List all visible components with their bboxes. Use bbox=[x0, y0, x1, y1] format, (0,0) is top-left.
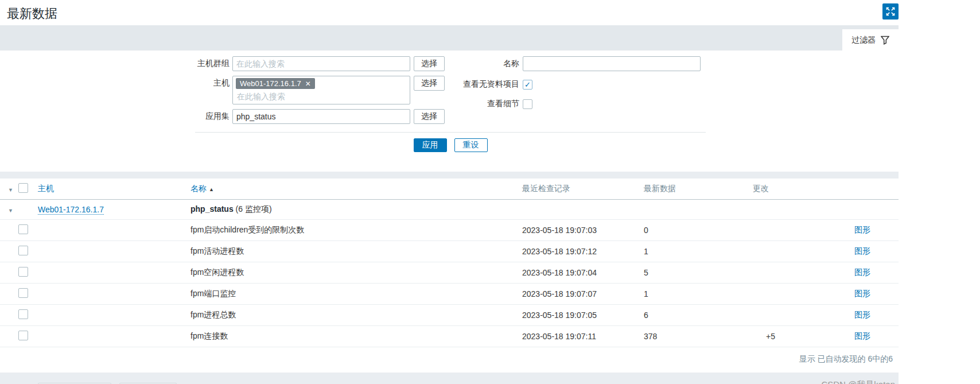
filter-row-name: 名称 bbox=[445, 56, 701, 71]
page-title: 最新数据 bbox=[0, 0, 57, 22]
chip-remove-icon[interactable]: ✕ bbox=[305, 80, 311, 87]
filter-tab-label: 过滤器 bbox=[851, 35, 876, 45]
column-header-host[interactable]: 主机 bbox=[37, 179, 189, 200]
filter-row-application: 应用集 选择 bbox=[0, 109, 899, 124]
application-label: 应用集 bbox=[0, 109, 232, 122]
column-header-last-check: 最近检查记录 bbox=[521, 179, 643, 200]
action-bar: 0 选择 显示堆叠数据图 显示数据图 CSDN @我是koten bbox=[0, 373, 899, 384]
fullscreen-button[interactable] bbox=[882, 3, 899, 20]
filter-strip: 过滤器 bbox=[0, 25, 899, 51]
name-input[interactable] bbox=[523, 56, 701, 71]
content-area: 过滤器 主机群组 选择 主机 Web01-172.16.1.7 ✕ 在此输入搜索… bbox=[0, 25, 899, 384]
collapse-all-icon[interactable]: ▼ bbox=[8, 187, 13, 193]
column-header-graph bbox=[850, 179, 899, 200]
watermark: CSDN @我是koten bbox=[821, 379, 895, 384]
application-count: (6 监控项) bbox=[234, 204, 272, 214]
row-checkbox[interactable] bbox=[18, 309, 28, 319]
table-row: fpm空闲进程数 2023-05-18 19:07:04 5 图形 bbox=[0, 262, 899, 284]
host-chip: Web01-172.16.1.7 ✕ bbox=[236, 78, 315, 89]
item-name: fpm活动进程数 bbox=[189, 241, 521, 262]
change-value bbox=[752, 220, 850, 241]
last-check-value: 2023-05-18 19:07:05 bbox=[521, 305, 643, 326]
host-chip-label: Web01-172.16.1.7 bbox=[240, 79, 301, 88]
table-row: fpm活动进程数 2023-05-18 19:07:12 1 图形 bbox=[0, 241, 899, 262]
change-value bbox=[752, 241, 850, 262]
group-row: ▼ Web01-172.16.1.7 php_status (6 监控项) bbox=[0, 200, 899, 220]
latest-value: 6 bbox=[643, 305, 752, 326]
hosts-label: 主机 bbox=[0, 76, 232, 88]
fullscreen-icon bbox=[886, 7, 895, 16]
change-value: +5 bbox=[752, 326, 850, 347]
graph-link[interactable]: 图形 bbox=[851, 225, 870, 234]
application-select-button[interactable]: 选择 bbox=[414, 109, 445, 124]
show-without-data-label: 查看无资料项目 bbox=[445, 79, 519, 90]
item-name: fpm连接数 bbox=[189, 326, 521, 347]
host-groups-select-button[interactable]: 选择 bbox=[414, 56, 445, 71]
check-icon: ✓ bbox=[524, 80, 531, 89]
change-value bbox=[752, 262, 850, 284]
latest-data-table-panel: ▼ 主机 名称▲ 最近检查记录 最新数据 更改 ▼ Web01-172.16.1… bbox=[0, 179, 899, 373]
latest-data-table: ▼ 主机 名称▲ 最近检查记录 最新数据 更改 ▼ Web01-172.16.1… bbox=[0, 179, 899, 373]
latest-value: 378 bbox=[643, 326, 752, 347]
latest-value: 1 bbox=[643, 241, 752, 262]
change-value bbox=[752, 305, 850, 326]
last-check-value: 2023-05-18 19:07:07 bbox=[521, 284, 643, 305]
row-checkbox[interactable] bbox=[18, 246, 28, 255]
filter-panel: 主机群组 选择 主机 Web01-172.16.1.7 ✕ 在此输入搜索 选择 … bbox=[0, 51, 899, 172]
filter-row-show-without-data: 查看无资料项目 ✓ bbox=[445, 79, 532, 90]
column-header-last-value: 最新数据 bbox=[643, 179, 752, 200]
row-checkbox[interactable] bbox=[18, 224, 28, 234]
sort-asc-icon: ▲ bbox=[209, 187, 214, 192]
table-row: fpm端口监控 2023-05-18 19:07:07 1 图形 bbox=[0, 284, 899, 305]
last-check-value: 2023-05-18 19:07:04 bbox=[521, 262, 643, 284]
host-link[interactable]: Web01-172.16.1.7 bbox=[38, 205, 104, 215]
apply-button[interactable]: 应用 bbox=[414, 138, 447, 152]
show-without-data-checkbox[interactable]: ✓ bbox=[523, 80, 532, 90]
item-name: fpm启动children受到的限制次数 bbox=[189, 220, 521, 241]
table-footer-summary: 显示 已自动发现的 6中的6 bbox=[0, 347, 899, 373]
show-details-checkbox[interactable]: ✓ bbox=[523, 99, 532, 109]
group-collapse-icon[interactable]: ▼ bbox=[8, 208, 13, 214]
last-check-value: 2023-05-18 19:07:11 bbox=[521, 326, 643, 347]
row-checkbox[interactable] bbox=[18, 331, 28, 340]
graph-link[interactable]: 图形 bbox=[851, 289, 870, 298]
last-check-value: 2023-05-18 19:07:12 bbox=[521, 241, 643, 262]
host-groups-input[interactable] bbox=[232, 56, 410, 71]
show-details-label: 查看细节 bbox=[445, 99, 519, 109]
filter-row-show-details: 查看细节 ✓ bbox=[445, 99, 532, 109]
table-row: fpm进程总数 2023-05-18 19:07:05 6 图形 bbox=[0, 305, 899, 326]
funnel-icon bbox=[881, 36, 889, 45]
table-row: fpm连接数 2023-05-18 19:07:11 378 +5 图形 bbox=[0, 326, 899, 347]
change-value bbox=[752, 284, 850, 305]
graph-link[interactable]: 图形 bbox=[851, 331, 870, 340]
column-header-change: 更改 bbox=[752, 179, 850, 200]
last-check-value: 2023-05-18 19:07:03 bbox=[521, 220, 643, 241]
graph-link[interactable]: 图形 bbox=[851, 246, 870, 255]
hosts-select-button[interactable]: 选择 bbox=[414, 76, 445, 91]
graph-link[interactable]: 图形 bbox=[851, 267, 870, 277]
latest-value: 5 bbox=[643, 262, 752, 284]
latest-value: 1 bbox=[643, 284, 752, 305]
graph-link[interactable]: 图形 bbox=[851, 310, 870, 319]
name-label: 名称 bbox=[445, 59, 519, 69]
reset-button[interactable]: 重设 bbox=[454, 138, 488, 152]
application-input[interactable] bbox=[232, 109, 410, 124]
row-checkbox[interactable] bbox=[18, 288, 28, 298]
row-checkbox[interactable] bbox=[18, 267, 28, 277]
item-name: fpm空闲进程数 bbox=[189, 262, 521, 284]
latest-value: 0 bbox=[643, 220, 752, 241]
column-header-name[interactable]: 名称▲ bbox=[189, 179, 521, 200]
select-all-checkbox[interactable] bbox=[18, 183, 28, 193]
table-row: fpm启动children受到的限制次数 2023-05-18 19:07:03… bbox=[0, 220, 899, 241]
hosts-search-placeholder[interactable]: 在此输入搜索 bbox=[236, 91, 407, 102]
filter-buttons: 应用 重设 bbox=[0, 133, 899, 172]
table-header-row: ▼ 主机 名称▲ 最近检查记录 最新数据 更改 bbox=[0, 179, 899, 200]
application-name: php_status bbox=[190, 204, 234, 214]
hosts-multiselect[interactable]: Web01-172.16.1.7 ✕ 在此输入搜索 bbox=[232, 76, 410, 104]
item-name: fpm进程总数 bbox=[189, 305, 521, 326]
page-header: 最新数据 bbox=[0, 0, 980, 25]
item-name: fpm端口监控 bbox=[189, 284, 521, 305]
table-footer-row: 显示 已自动发现的 6中的6 bbox=[0, 347, 899, 373]
host-groups-label: 主机群组 bbox=[0, 56, 232, 69]
filter-tab[interactable]: 过滤器 bbox=[842, 29, 899, 51]
